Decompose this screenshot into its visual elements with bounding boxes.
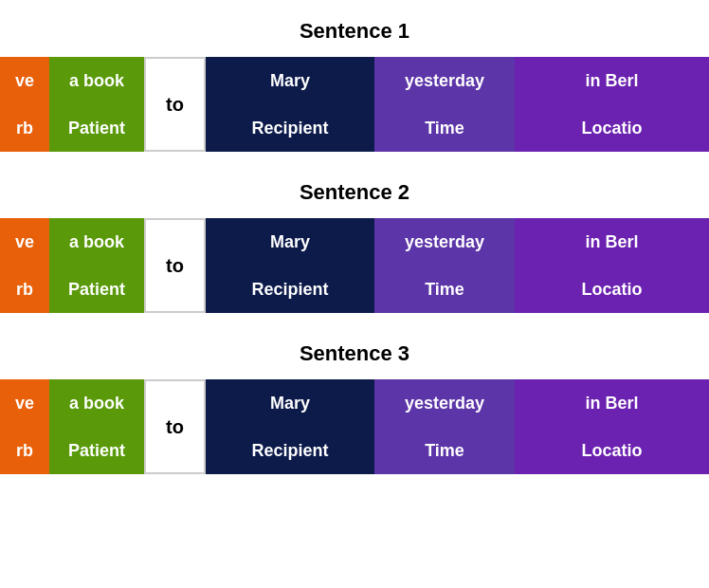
token-ve-word: ve bbox=[0, 57, 49, 104]
token-time-label-2: Time bbox=[374, 266, 515, 313]
token-yesterday-time-3: yesterday Time bbox=[374, 379, 515, 474]
sentence-3-title: Sentence 3 bbox=[0, 341, 709, 366]
sentence-2-block: Sentence 2 ve rb a book Patient to Mary … bbox=[0, 180, 709, 313]
token-ve-rb-3: ve rb bbox=[0, 379, 49, 474]
token-recipient-label-2: Recipient bbox=[206, 266, 374, 313]
token-mary-word-1: Mary bbox=[206, 57, 374, 104]
token-location-label-2: Locatio bbox=[515, 266, 709, 313]
token-inberl-location-2: in Berl Locatio bbox=[515, 218, 709, 313]
token-to-3: to bbox=[144, 379, 206, 474]
token-inberl-word-3: in Berl bbox=[515, 379, 709, 427]
token-inberl-word-2: in Berl bbox=[515, 218, 709, 266]
token-ve-word-2: ve bbox=[0, 218, 49, 266]
sentence-2-row: ve rb a book Patient to Mary Recipient y… bbox=[0, 218, 709, 313]
token-book-patient-3: a book Patient bbox=[49, 379, 144, 474]
token-recipient-label-3: Recipient bbox=[206, 427, 374, 474]
token-mary-recipient-1: Mary Recipient bbox=[206, 57, 374, 152]
token-mary-word-3: Mary bbox=[206, 379, 374, 427]
sentence-1-title: Sentence 1 bbox=[0, 19, 709, 44]
token-yesterday-time-1: yesterday Time bbox=[374, 57, 515, 152]
token-time-label-3: Time bbox=[374, 427, 515, 474]
token-book-word-3: a book bbox=[49, 379, 144, 427]
sentence-1-row: ve rb a book Patient to Mary Recipient y… bbox=[0, 57, 709, 152]
token-book-patient-2: a book Patient bbox=[49, 218, 144, 313]
token-location-label-3: Locatio bbox=[515, 427, 709, 474]
token-mary-recipient-3: Mary Recipient bbox=[206, 379, 374, 474]
token-patient-label-2: Patient bbox=[49, 266, 144, 313]
token-location-label-1: Locatio bbox=[515, 104, 709, 152]
token-mary-recipient-2: Mary Recipient bbox=[206, 218, 374, 313]
token-rb-label-2: rb bbox=[0, 266, 49, 313]
token-rb-label: rb bbox=[0, 104, 49, 152]
token-rb-label-3: rb bbox=[0, 427, 49, 474]
token-book-word: a book bbox=[49, 57, 144, 104]
token-patient-label-3: Patient bbox=[49, 427, 144, 474]
token-ve-rb: ve rb bbox=[0, 57, 49, 152]
token-inberl-location-1: in Berl Locatio bbox=[515, 57, 709, 152]
token-yesterday-word-2: yesterday bbox=[374, 218, 515, 266]
token-ve-word-3: ve bbox=[0, 379, 49, 427]
sentence-1-block: Sentence 1 ve rb a book Patient to Mary … bbox=[0, 19, 709, 152]
token-book-patient: a book Patient bbox=[49, 57, 144, 152]
sentence-3-block: Sentence 3 ve rb a book Patient to Mary … bbox=[0, 341, 709, 474]
token-to-2: to bbox=[144, 218, 206, 313]
sentence-2-title: Sentence 2 bbox=[0, 180, 709, 205]
token-yesterday-word-3: yesterday bbox=[374, 379, 515, 427]
token-recipient-label-1: Recipient bbox=[206, 104, 374, 152]
token-mary-word-2: Mary bbox=[206, 218, 374, 266]
token-inberl-word-1: in Berl bbox=[515, 57, 709, 104]
token-yesterday-word-1: yesterday bbox=[374, 57, 515, 104]
token-patient-label: Patient bbox=[49, 104, 144, 152]
page: Sentence 1 ve rb a book Patient to Mary … bbox=[0, 0, 709, 522]
token-inberl-location-3: in Berl Locatio bbox=[515, 379, 709, 474]
token-time-label-1: Time bbox=[374, 104, 515, 152]
token-book-word-2: a book bbox=[49, 218, 144, 266]
sentence-3-row: ve rb a book Patient to Mary Recipient y… bbox=[0, 379, 709, 474]
token-to-1: to bbox=[144, 57, 206, 152]
token-yesterday-time-2: yesterday Time bbox=[374, 218, 515, 313]
token-ve-rb-2: ve rb bbox=[0, 218, 49, 313]
